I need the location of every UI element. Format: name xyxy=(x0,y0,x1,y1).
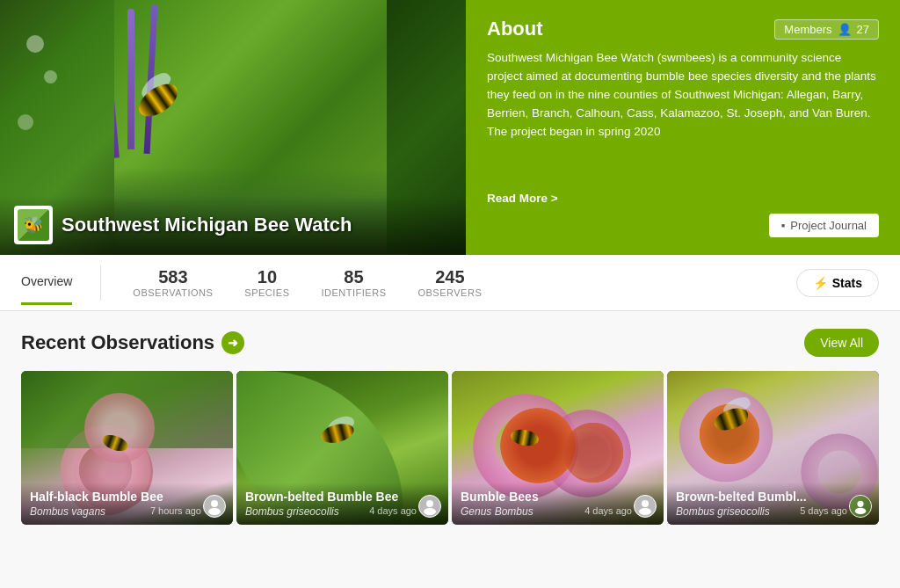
svg-point-5 xyxy=(639,508,651,515)
view-all-button[interactable]: View All xyxy=(804,329,879,357)
section-title-row: Recent Observations ➜ xyxy=(21,331,244,354)
obs-name-4: Brown-belted Bumbl... xyxy=(676,490,870,505)
stat-identifiers[interactable]: 85 IDENTIFIERS xyxy=(322,255,387,310)
species-label: SPECIES xyxy=(244,287,289,298)
observations-label: OBSERVATIONS xyxy=(133,287,213,298)
journal-icon: ▪ xyxy=(781,219,786,232)
stat-divider-1 xyxy=(100,265,101,301)
recent-obs-arrow[interactable]: ➜ xyxy=(221,331,244,354)
stats-bar: Overview 583 OBSERVATIONS 10 SPECIES 85 … xyxy=(0,255,900,311)
stat-species[interactable]: 10 SPECIES xyxy=(244,255,289,310)
obs-card-4[interactable]: Brown-belted Bumbl... Bombus griseocolli… xyxy=(667,371,879,525)
svg-point-1 xyxy=(208,508,221,515)
svg-point-2 xyxy=(426,500,433,507)
main-content: Recent Observations ➜ View All Half-blac… xyxy=(0,311,900,542)
obs-footer-1: Half-black Bumble Bee Bombus vagans xyxy=(21,483,233,525)
obs-time-3: 4 days ago xyxy=(584,505,632,516)
stat-observations[interactable]: 583 OBSERVATIONS xyxy=(133,255,213,310)
species-count: 10 xyxy=(258,267,277,287)
obs-avatar-2 xyxy=(418,495,441,518)
tab-overview[interactable]: Overview xyxy=(21,260,72,305)
obs-card-2[interactable]: Brown-belted Bumble Bee Bombus griseocol… xyxy=(236,371,448,525)
foliage-top xyxy=(21,371,233,448)
stats-button[interactable]: ⚡ Stats xyxy=(796,269,879,297)
section-header: Recent Observations ➜ View All xyxy=(21,329,879,357)
observations-count: 583 xyxy=(158,267,187,287)
observers-count: 245 xyxy=(435,267,464,287)
identifiers-label: IDENTIFIERS xyxy=(322,287,387,298)
obs-time-2: 4 days ago xyxy=(369,505,417,516)
about-header: About Members 👤 27 xyxy=(487,18,879,40)
recent-obs-title: Recent Observations xyxy=(21,331,214,354)
svg-point-3 xyxy=(424,508,436,515)
obs-card-3[interactable]: Bumble Bees Genus Bombus 4 days ago xyxy=(452,371,664,525)
lightning-icon: ⚡ xyxy=(813,276,828,290)
svg-point-0 xyxy=(211,500,218,507)
obs-name-2: Brown-belted Bumble Bee xyxy=(245,490,439,505)
project-logo: 🐝 xyxy=(14,206,53,244)
obs-name-3: Bumble Bees xyxy=(461,490,655,505)
project-journal-button[interactable]: ▪ Project Journal xyxy=(769,214,879,237)
bg-flower-2 xyxy=(44,70,57,83)
about-description: Southwest Michigan Bee Watch (swmbees) i… xyxy=(487,49,879,183)
svg-point-6 xyxy=(857,501,863,507)
obs-footer-2: Brown-belted Bumble Bee Bombus griseocol… xyxy=(236,483,448,525)
obs-avatar-4 xyxy=(849,495,872,518)
bg-flower-1 xyxy=(26,35,44,53)
project-logo-inner: 🐝 xyxy=(18,209,49,241)
bg-flower-3 xyxy=(18,114,33,130)
hero-project-overlay: 🐝 Southwest Michigan Bee Watch xyxy=(0,195,466,255)
read-more-link[interactable]: Read More > xyxy=(487,192,879,205)
identifiers-count: 85 xyxy=(344,267,363,287)
flower-spike-2 xyxy=(127,9,134,149)
journal-label: Project Journal xyxy=(790,219,867,232)
stat-observers[interactable]: 245 OBSERVERS xyxy=(417,255,482,310)
members-label: Members xyxy=(784,23,831,36)
observations-grid: Half-black Bumble Bee Bombus vagans 7 ho… xyxy=(21,371,879,525)
about-title: About xyxy=(487,18,543,40)
svg-point-4 xyxy=(642,500,649,507)
obs-avatar-1 xyxy=(203,495,226,518)
members-badge: Members 👤 27 xyxy=(774,19,879,40)
obs-footer-4: Brown-belted Bumbl... Bombus griseocolli… xyxy=(667,483,879,525)
person-icon: 👤 xyxy=(838,23,852,36)
stats-button-label: Stats xyxy=(832,276,862,290)
obs-time-4: 5 days ago xyxy=(800,505,847,516)
obs-card-1[interactable]: Half-black Bumble Bee Bombus vagans 7 ho… xyxy=(21,371,233,525)
journal-btn-row: ▪ Project Journal xyxy=(487,214,879,237)
members-count: 27 xyxy=(857,23,869,36)
obs-time-1: 7 hours ago xyxy=(150,505,201,516)
hero-image: 🐝 Southwest Michigan Bee Watch xyxy=(0,0,466,255)
obs-name-1: Half-black Bumble Bee xyxy=(30,490,224,505)
observers-label: OBSERVERS xyxy=(417,287,482,298)
bee-1 xyxy=(100,432,130,454)
project-title-hero: Southwest Michigan Bee Watch xyxy=(62,214,352,236)
hero-section: 🐝 Southwest Michigan Bee Watch About Mem… xyxy=(0,0,900,255)
svg-point-7 xyxy=(855,508,867,514)
obs-avatar-3 xyxy=(634,495,657,518)
obs-footer-3: Bumble Bees Genus Bombus xyxy=(452,483,664,525)
coneflower-2 xyxy=(558,417,628,488)
about-panel: About Members 👤 27 Southwest Michigan Be… xyxy=(466,0,900,255)
